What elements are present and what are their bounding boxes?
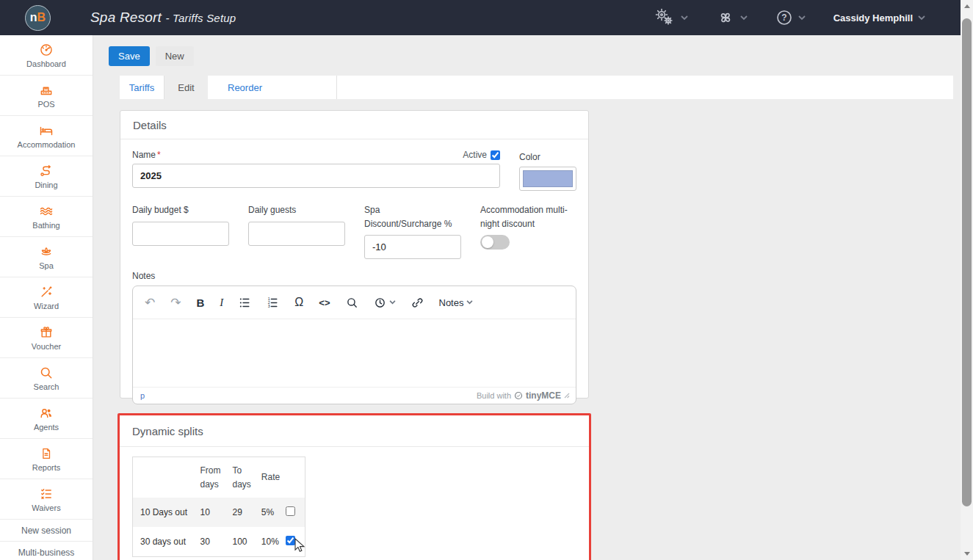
help-icon: ? [775,9,793,26]
new-button[interactable]: New [156,46,194,66]
italic-icon[interactable]: I [220,297,223,309]
scroll-down-button[interactable] [961,548,973,560]
column-rate: Rate [254,457,283,498]
spa-discount-input[interactable] [364,235,461,259]
triangle-up-icon [964,4,970,8]
sidebar-item-spa[interactable]: Spa [0,237,93,277]
source-code-icon[interactable]: <> [319,297,330,308]
sidebar-item-agents[interactable]: Agents [0,399,93,439]
sidebar-item-pos[interactable]: POS [0,76,93,116]
required-marker: * [157,150,161,160]
gift-icon [39,325,54,340]
dynamic-splits-panel: Dynamic splits From days To days Rate 10… [117,413,591,560]
active-checkbox[interactable] [491,150,500,160]
link-icon[interactable] [411,297,424,309]
tinymce-branding: Build with tinyMCE [477,390,570,401]
integrations-menu[interactable] [716,8,748,27]
magnifier-icon [39,366,54,380]
name-label: Name* [132,150,161,160]
resize-handle-icon[interactable] [564,393,570,399]
settings-gears-icon [654,8,676,27]
sidebar-item-waivers[interactable]: Waivers [0,479,93,520]
logo-letter-b: B [37,11,46,24]
details-title: Details [120,111,588,139]
daily-budget-input[interactable] [132,222,229,246]
logo-letter-n: n [30,11,37,24]
sidebar-item-voucher[interactable]: Voucher [0,318,93,358]
save-button[interactable]: Save [109,46,150,66]
table-row[interactable]: 30 days out 30 100 10% [133,527,305,556]
tab-reorder[interactable]: Reorder [208,76,337,99]
svg-text:?: ? [781,12,786,23]
dynamic-splits-table: From days To days Rate 10 Days out 10 29… [132,457,305,557]
column-to-days: To days [225,457,254,498]
sidebar-item-accommodation[interactable]: Accommodation [0,116,93,156]
daily-guests-label: Daily guests [248,203,345,217]
page-title: Spa Resort - Tariffs Setup [90,10,236,26]
tab-edit[interactable]: Edit [164,76,208,99]
multi-night-discount-label: Accommodation multi-night discount [480,203,570,230]
scrollbar-thumb[interactable] [962,18,972,506]
sidebar-item-wizard[interactable]: Wizard [0,277,93,318]
sidebar-item-bathing[interactable]: Bathing [0,197,93,237]
details-panel: Details Name* Active Color [120,110,589,399]
chevron-down-icon [798,15,806,21]
chevron-down-icon [389,300,396,305]
special-character-icon[interactable]: Ω [294,296,303,309]
name-input[interactable] [132,164,500,188]
main-content: Save New Tariffs Edit Reorder Details Na… [94,35,961,560]
numbered-list-icon[interactable]: 123 [267,297,279,309]
chevron-down-icon [466,300,473,305]
color-swatch [523,170,573,187]
sidebar-item-multi-business[interactable]: Multi-business [0,542,93,560]
people-icon [38,406,54,421]
column-from-days: From days [193,457,225,498]
undo-icon[interactable]: ↶ [145,295,155,310]
waves-icon [38,204,54,219]
element-path[interactable]: p [140,391,145,400]
redo-icon[interactable]: ↷ [170,295,181,310]
notes-style-dropdown[interactable]: Notes [439,297,474,308]
editor-body[interactable] [133,319,576,387]
multi-night-discount-toggle[interactable] [480,235,510,250]
sidebar-item-search[interactable]: Search [0,358,93,399]
sidebar-item-dining[interactable]: Dining [0,156,93,197]
bed-icon [38,123,54,138]
checklist-icon [39,487,54,501]
tab-tariffs[interactable]: Tariffs [120,76,164,99]
notes-label: Notes [132,271,576,281]
tinymce-logo-icon [514,391,523,400]
sidebar-item-dashboard[interactable]: Dashboard [0,35,93,76]
daily-budget-label: Daily budget $ [132,203,229,217]
row-select-checkbox[interactable] [286,506,295,516]
sidebar-item-reports[interactable]: Reports [0,439,93,479]
user-menu[interactable]: Cassidy Hemphill [833,12,925,23]
bullet-list-icon[interactable] [239,297,251,309]
search-icon[interactable] [346,297,358,309]
sidebar-item-new-session[interactable]: New session [0,520,93,542]
daily-guests-input[interactable] [248,222,345,246]
dynamic-splits-title: Dynamic splits [120,415,589,447]
scroll-up-button[interactable] [961,0,973,12]
spa-discount-label: Spa Discount/Surcharge % [364,203,457,230]
triangle-down-icon [964,552,970,556]
svg-text:3: 3 [268,304,270,308]
cash-register-icon [39,83,54,98]
document-icon [40,446,53,461]
help-menu[interactable]: ? [775,9,806,26]
lotus-icon [39,244,54,259]
row-select-checkbox[interactable] [286,536,295,545]
color-label: Color [519,152,540,162]
editor-statusbar: p Build with tinyMCE [133,387,576,404]
editor-toolbar: ↶ ↷ B I 123 Ω <> [133,286,576,319]
insert-time-icon[interactable] [374,297,396,309]
active-label: Active [463,150,487,160]
sidebar: Dashboard POS Accommodation Dining Bathi… [0,35,93,560]
bold-icon[interactable]: B [197,297,205,309]
color-picker[interactable] [519,167,576,191]
route-icon [39,164,54,178]
toggle-knob [482,236,493,248]
notes-richtext-editor: ↶ ↷ B I 123 Ω <> [132,286,576,404]
table-row[interactable]: 10 Days out 10 29 5% [133,498,305,527]
settings-menu[interactable] [654,8,688,27]
